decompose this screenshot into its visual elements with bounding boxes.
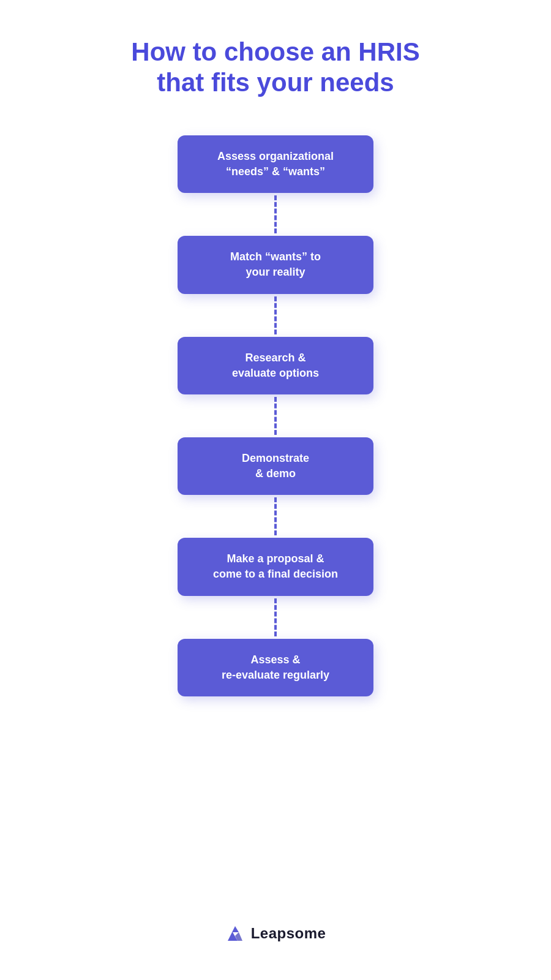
step-5-label: Make a proposal &come to a final decisio… xyxy=(213,552,338,580)
step-6-box: Assess &re-evaluate regularly xyxy=(178,639,373,696)
dashed-line-4 xyxy=(274,497,277,535)
step-4-label: Demonstrate& demo xyxy=(242,452,309,480)
step-1-label: Assess organizational“needs” & “wants” xyxy=(217,150,334,178)
connector-5 xyxy=(274,596,277,639)
footer: Leapsome xyxy=(225,924,326,943)
page-container: How to choose an HRIS that fits your nee… xyxy=(0,0,551,980)
leapsome-logo-icon xyxy=(225,924,245,943)
connector-3 xyxy=(274,394,277,437)
page-title: How to choose an HRIS that fits your nee… xyxy=(131,37,419,99)
dashed-line-1 xyxy=(274,195,277,233)
step-1-box: Assess organizational“needs” & “wants” xyxy=(178,135,373,193)
connector-2 xyxy=(274,294,277,337)
dashed-line-2 xyxy=(274,296,277,334)
step-3-label: Research &evaluate options xyxy=(232,352,319,379)
connector-1 xyxy=(274,193,277,236)
step-6-label: Assess &re-evaluate regularly xyxy=(222,654,329,681)
step-2-box: Match “wants” toyour reality xyxy=(178,236,373,293)
step-3-box: Research &evaluate options xyxy=(178,337,373,394)
step-4-box: Demonstrate& demo xyxy=(178,437,373,495)
dashed-line-5 xyxy=(274,598,277,636)
dashed-line-3 xyxy=(274,397,277,435)
connector-4 xyxy=(274,495,277,538)
step-5-box: Make a proposal &come to a final decisio… xyxy=(178,538,373,595)
step-2-label: Match “wants” toyour reality xyxy=(230,251,321,278)
leapsome-brand-name: Leapsome xyxy=(251,925,326,942)
flowchart: Assess organizational“needs” & “wants” M… xyxy=(178,135,373,887)
